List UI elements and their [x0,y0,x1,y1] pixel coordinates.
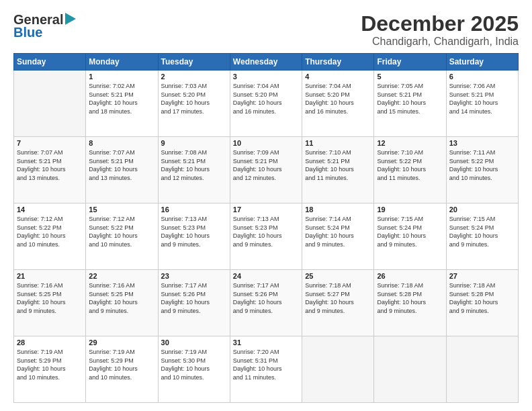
weekday-wednesday: Wednesday [230,54,302,71]
page: General Blue December 2025 Chandigarh, C… [0,0,532,411]
calendar-cell: 18Sunrise: 7:14 AM Sunset: 5:24 PM Dayli… [302,203,374,270]
weekday-friday: Friday [374,54,446,71]
day-number: 14 [17,205,83,214]
calendar-cell: 11Sunrise: 7:10 AM Sunset: 5:21 PM Dayli… [302,137,374,203]
calendar-cell: 10Sunrise: 7:09 AM Sunset: 5:21 PM Dayli… [230,137,302,203]
calendar-cell: 28Sunrise: 7:19 AM Sunset: 5:29 PM Dayli… [14,336,86,403]
calendar-cell [446,336,518,403]
day-info: Sunrise: 7:15 AM Sunset: 5:24 PM Dayligh… [449,215,515,248]
day-number: 5 [377,73,443,81]
day-number: 23 [161,272,227,280]
day-number: 7 [17,139,83,147]
calendar-cell: 12Sunrise: 7:10 AM Sunset: 5:22 PM Dayli… [374,137,446,203]
calendar-cell: 31Sunrise: 7:20 AM Sunset: 5:31 PM Dayli… [230,336,302,403]
svg-marker-0 [65,13,76,25]
day-info: Sunrise: 7:05 AM Sunset: 5:21 PM Dayligh… [377,82,443,116]
calendar-cell: 9Sunrise: 7:08 AM Sunset: 5:21 PM Daylig… [158,137,230,203]
location-subtitle: Chandigarh, Chandigarh, India [361,36,519,48]
day-info: Sunrise: 7:12 AM Sunset: 5:22 PM Dayligh… [17,215,83,248]
calendar-cell: 21Sunrise: 7:16 AM Sunset: 5:25 PM Dayli… [14,270,86,336]
day-info: Sunrise: 7:17 AM Sunset: 5:26 PM Dayligh… [233,281,299,315]
day-info: Sunrise: 7:16 AM Sunset: 5:25 PM Dayligh… [89,281,154,315]
day-info: Sunrise: 7:18 AM Sunset: 5:27 PM Dayligh… [305,281,371,315]
weekday-saturday: Saturday [446,54,518,71]
calendar-cell: 25Sunrise: 7:18 AM Sunset: 5:27 PM Dayli… [302,270,374,336]
header: General Blue December 2025 Chandigarh, C… [13,12,519,48]
calendar-cell: 24Sunrise: 7:17 AM Sunset: 5:26 PM Dayli… [230,270,302,336]
calendar-cell: 1Sunrise: 7:02 AM Sunset: 5:21 PM Daylig… [86,71,158,137]
day-number: 24 [233,272,299,280]
day-info: Sunrise: 7:14 AM Sunset: 5:24 PM Dayligh… [305,215,371,248]
weekday-sunday: Sunday [14,54,86,71]
calendar-cell: 19Sunrise: 7:15 AM Sunset: 5:24 PM Dayli… [374,203,446,270]
calendar-cell: 6Sunrise: 7:06 AM Sunset: 5:21 PM Daylig… [446,71,518,137]
day-number: 25 [305,272,371,280]
day-number: 8 [89,139,154,147]
calendar-cell: 17Sunrise: 7:13 AM Sunset: 5:23 PM Dayli… [230,203,302,270]
calendar-cell: 30Sunrise: 7:19 AM Sunset: 5:30 PM Dayli… [158,336,230,403]
day-number: 2 [161,73,227,81]
day-number: 9 [161,139,227,147]
day-number: 30 [161,338,227,347]
day-info: Sunrise: 7:17 AM Sunset: 5:26 PM Dayligh… [161,281,227,315]
day-info: Sunrise: 7:19 AM Sunset: 5:30 PM Dayligh… [161,348,227,381]
day-info: Sunrise: 7:13 AM Sunset: 5:23 PM Dayligh… [233,215,299,248]
calendar-cell: 20Sunrise: 7:15 AM Sunset: 5:24 PM Dayli… [446,203,518,270]
day-number: 4 [305,73,371,81]
day-info: Sunrise: 7:16 AM Sunset: 5:25 PM Dayligh… [17,281,83,315]
day-number: 13 [449,139,515,147]
day-info: Sunrise: 7:13 AM Sunset: 5:23 PM Dayligh… [161,215,227,248]
logo-blue: Blue [13,25,42,40]
day-info: Sunrise: 7:09 AM Sunset: 5:21 PM Dayligh… [233,148,299,182]
day-info: Sunrise: 7:19 AM Sunset: 5:29 PM Dayligh… [17,348,83,381]
logo: General Blue [13,12,76,40]
month-title: December 2025 [361,12,519,36]
day-number: 22 [89,272,154,280]
day-number: 21 [17,272,83,280]
day-info: Sunrise: 7:11 AM Sunset: 5:22 PM Dayligh… [449,148,515,182]
calendar-cell: 13Sunrise: 7:11 AM Sunset: 5:22 PM Dayli… [446,137,518,203]
day-number: 27 [449,272,515,280]
calendar-cell [302,336,374,403]
week-row-2: 7Sunrise: 7:07 AM Sunset: 5:21 PM Daylig… [14,137,519,203]
day-number: 6 [449,73,515,81]
day-number: 20 [449,205,515,214]
day-number: 16 [161,205,227,214]
weekday-monday: Monday [86,54,158,71]
day-number: 12 [377,139,443,147]
day-number: 10 [233,139,299,147]
day-info: Sunrise: 7:04 AM Sunset: 5:20 PM Dayligh… [305,82,371,116]
day-info: Sunrise: 7:10 AM Sunset: 5:21 PM Dayligh… [305,148,371,182]
day-number: 29 [89,338,154,347]
day-number: 15 [89,205,154,214]
day-info: Sunrise: 7:12 AM Sunset: 5:22 PM Dayligh… [89,215,154,248]
logo-arrow-icon [65,13,76,28]
calendar-cell: 26Sunrise: 7:18 AM Sunset: 5:28 PM Dayli… [374,270,446,336]
calendar-cell: 4Sunrise: 7:04 AM Sunset: 5:20 PM Daylig… [302,71,374,137]
week-row-4: 21Sunrise: 7:16 AM Sunset: 5:25 PM Dayli… [14,270,519,336]
calendar-cell: 22Sunrise: 7:16 AM Sunset: 5:25 PM Dayli… [86,270,158,336]
day-number: 18 [305,205,371,214]
calendar-cell: 5Sunrise: 7:05 AM Sunset: 5:21 PM Daylig… [374,71,446,137]
week-row-5: 28Sunrise: 7:19 AM Sunset: 5:29 PM Dayli… [14,336,519,403]
calendar-cell: 2Sunrise: 7:03 AM Sunset: 5:20 PM Daylig… [158,71,230,137]
title-area: December 2025 Chandigarh, Chandigarh, In… [361,12,519,48]
day-number: 1 [89,73,154,81]
weekday-header-row: SundayMondayTuesdayWednesdayThursdayFrid… [14,54,519,71]
calendar-cell: 29Sunrise: 7:19 AM Sunset: 5:29 PM Dayli… [86,336,158,403]
calendar-table: SundayMondayTuesdayWednesdayThursdayFrid… [13,53,519,403]
day-info: Sunrise: 7:08 AM Sunset: 5:21 PM Dayligh… [161,148,227,182]
calendar-cell: 7Sunrise: 7:07 AM Sunset: 5:21 PM Daylig… [14,137,86,203]
day-info: Sunrise: 7:03 AM Sunset: 5:20 PM Dayligh… [161,82,227,116]
day-info: Sunrise: 7:18 AM Sunset: 5:28 PM Dayligh… [377,281,443,315]
week-row-3: 14Sunrise: 7:12 AM Sunset: 5:22 PM Dayli… [14,203,519,270]
day-info: Sunrise: 7:19 AM Sunset: 5:29 PM Dayligh… [89,348,154,381]
day-info: Sunrise: 7:04 AM Sunset: 5:20 PM Dayligh… [233,82,299,116]
day-info: Sunrise: 7:07 AM Sunset: 5:21 PM Dayligh… [89,148,154,182]
day-info: Sunrise: 7:07 AM Sunset: 5:21 PM Dayligh… [17,148,83,182]
calendar-cell: 8Sunrise: 7:07 AM Sunset: 5:21 PM Daylig… [86,137,158,203]
day-number: 19 [377,205,443,214]
calendar-cell: 15Sunrise: 7:12 AM Sunset: 5:22 PM Dayli… [86,203,158,270]
week-row-1: 1Sunrise: 7:02 AM Sunset: 5:21 PM Daylig… [14,71,519,137]
calendar-cell: 14Sunrise: 7:12 AM Sunset: 5:22 PM Dayli… [14,203,86,270]
